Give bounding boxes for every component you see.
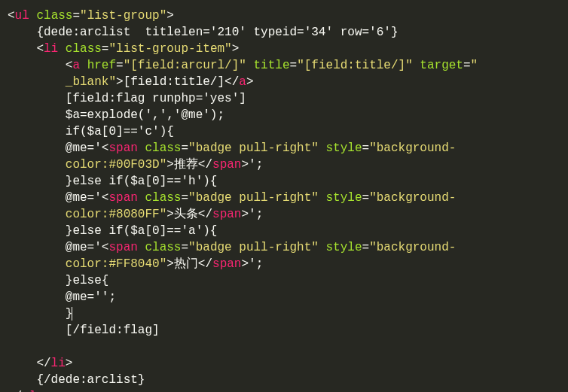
token-attr: class <box>66 42 102 56</box>
token-attr: class <box>145 141 181 155</box>
token-punct: < <box>102 191 109 205</box>
token-punct: = <box>290 59 298 72</box>
code-line[interactable]: {dede:arclist titlelen='210' typeid='34'… <box>8 24 560 41</box>
token-punct: = <box>463 59 471 72</box>
token-tag: span <box>108 141 137 155</box>
token-punct: > <box>241 208 249 221</box>
token-plain: @me=' <box>66 241 102 254</box>
token-plain: }else{ <box>66 274 109 287</box>
token-punct: > <box>241 158 249 172</box>
token-plain <box>319 141 326 155</box>
token-attr: style <box>326 241 362 254</box>
code-line[interactable]: }else if($a[0]=='h'){ <box>8 173 560 190</box>
token-str: "list-group" <box>80 9 166 23</box>
token-punct: > <box>66 357 73 370</box>
token-plain: '; <box>249 208 263 221</box>
token-str: "list-group-item" <box>108 42 231 56</box>
token-plain <box>413 59 420 72</box>
code-line[interactable]: {/dede:arclist} <box>8 372 560 388</box>
code-line[interactable]: color:#8080FF">头条</span>'; <box>8 206 560 223</box>
token-str: "[field:arcurl/]" <box>124 59 246 72</box>
token-plain <box>319 191 326 205</box>
token-punct: = <box>72 9 80 23</box>
token-punct: </ <box>36 357 50 370</box>
code-line[interactable]: [/field:flag] <box>8 322 560 339</box>
token-str: "background- <box>369 241 456 254</box>
token-plain: {dede:arclist titlelen='210' typeid='34'… <box>36 26 398 39</box>
token-plain: }else if($a[0]=='a'){ <box>66 224 218 238</box>
token-plain: @me=' <box>66 141 102 155</box>
token-punct: < <box>36 42 44 56</box>
token-punct: < <box>102 141 109 155</box>
token-punct: > <box>116 75 124 89</box>
token-plain <box>319 241 326 254</box>
token-plain: 头条 <box>174 208 198 221</box>
token-str: color:#00F03D" <box>66 158 166 172</box>
code-line[interactable]: color:#00F03D">推荐</span>'; <box>8 156 560 173</box>
token-str: color:#FF8040" <box>66 257 166 271</box>
code-line[interactable]: </ul> <box>8 388 560 392</box>
token-plain: 推荐 <box>174 158 198 172</box>
code-line[interactable]: } <box>8 305 560 322</box>
token-punct: < <box>66 59 73 72</box>
code-line[interactable]: color:#FF8040">热门</span>'; <box>8 256 560 272</box>
code-line[interactable]: }else{ <box>8 272 560 289</box>
token-plain <box>138 191 145 205</box>
code-line[interactable]: <a href="[field:arcurl/]" title="[field:… <box>8 57 560 74</box>
token-tag: li <box>51 357 66 370</box>
code-line[interactable]: @me=''; <box>8 289 560 305</box>
token-attr: href <box>87 59 116 72</box>
code-line[interactable]: @me='<span class="badge pull-right" styl… <box>8 190 560 206</box>
token-plain: @me=' <box>66 191 102 205</box>
token-tag: ul <box>15 9 29 23</box>
token-str: _blank" <box>66 75 116 89</box>
token-punct: > <box>232 42 240 56</box>
code-line[interactable]: <li class="list-group-item"> <box>8 41 560 57</box>
token-punct: > <box>166 9 174 23</box>
token-punct: < <box>8 9 15 23</box>
code-line[interactable]: _blank">[field:title/]</a> <box>8 74 560 90</box>
code-line[interactable]: <ul class="list-group"> <box>8 8 560 24</box>
token-punct: = <box>102 42 109 56</box>
token-tag: li <box>44 42 58 56</box>
token-punct: = <box>362 191 370 205</box>
token-punct: </ <box>198 158 212 172</box>
token-punct: </ <box>198 257 212 271</box>
token-plain: '; <box>249 158 263 172</box>
token-attr: target <box>420 59 463 72</box>
code-line[interactable]: </li> <box>8 355 560 372</box>
token-tag: span <box>108 191 137 205</box>
token-punct: > <box>166 257 174 271</box>
token-plain: }else if($a[0]=='h'){ <box>66 175 218 188</box>
token-punct: > <box>166 158 174 172</box>
token-tag: a <box>239 75 246 89</box>
token-str: "badge pull-right" <box>188 241 319 254</box>
token-punct: = <box>181 191 188 205</box>
token-str: "background- <box>369 141 456 155</box>
text-cursor <box>72 307 72 321</box>
code-line[interactable]: $a=explode(',','@me'); <box>8 107 560 123</box>
token-plain <box>138 241 145 254</box>
token-attr: class <box>145 241 181 254</box>
token-plain: [field:flag runphp='yes'] <box>66 92 246 105</box>
token-tag: a <box>72 59 80 72</box>
token-punct: > <box>166 208 174 221</box>
code-line[interactable]: [field:flag runphp='yes'] <box>8 90 560 107</box>
token-tag: span <box>212 158 241 172</box>
token-plain <box>138 141 145 155</box>
code-line[interactable]: @me='<span class="badge pull-right" styl… <box>8 239 560 256</box>
code-editor[interactable]: <ul class="list-group"> {dede:arclist ti… <box>0 0 568 392</box>
token-plain: @me=''; <box>66 290 116 304</box>
token-str: " <box>471 59 478 72</box>
token-str: "badge pull-right" <box>188 141 319 155</box>
token-tag: span <box>212 257 241 271</box>
token-plain <box>80 59 87 72</box>
code-line[interactable]: if($a[0]=='c'){ <box>8 123 560 140</box>
code-line[interactable] <box>8 339 560 355</box>
token-punct: = <box>116 59 124 72</box>
token-str: "background- <box>369 191 456 205</box>
token-attr: style <box>326 141 362 155</box>
code-line[interactable]: @me='<span class="badge pull-right" styl… <box>8 140 560 156</box>
code-line[interactable]: }else if($a[0]=='a'){ <box>8 223 560 239</box>
token-plain: {/dede:arclist} <box>36 373 145 387</box>
